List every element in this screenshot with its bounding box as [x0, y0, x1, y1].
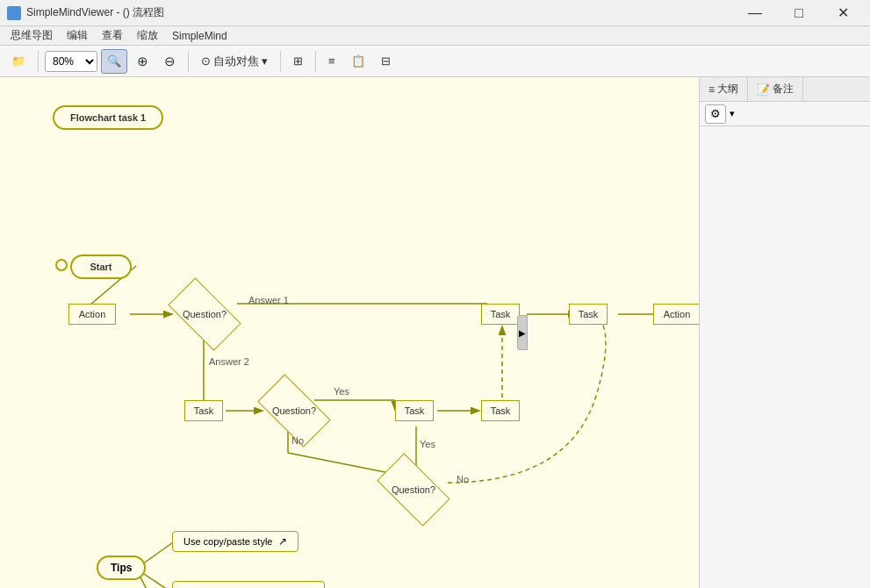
tip2-node[interactable]: Drag to adjust relation path ↗: [172, 581, 325, 588]
sep3: [280, 51, 281, 72]
tips-root-node[interactable]: Tips: [97, 556, 146, 580]
right-panel-tabs: ≡ 大纲 📝 备注: [700, 77, 870, 102]
gear-dropdown-icon: ▾: [730, 108, 735, 119]
question1-label: Question?: [183, 309, 226, 319]
collapse-button[interactable]: ≡: [322, 49, 342, 74]
menu-zoom[interactable]: 缩放: [130, 26, 165, 45]
action2-node[interactable]: Action: [653, 304, 699, 325]
maximize-button[interactable]: □: [779, 0, 819, 26]
start-circle-indicator: [55, 259, 68, 271]
sep1: [38, 51, 39, 72]
autofocus-icon: ⊙: [201, 54, 211, 68]
notes-icon: 📝: [757, 83, 770, 96]
right-panel-toolbar: ⚙ ▾: [700, 102, 870, 126]
canvas-area[interactable]: Flowchart task 1 Start Action Question? …: [0, 77, 699, 588]
tab-outline[interactable]: ≡ 大纲: [700, 77, 748, 101]
answer2-label: Answer 2: [209, 356, 249, 367]
minimize-button[interactable]: —: [735, 0, 775, 26]
yes2-label: Yes: [420, 439, 435, 449]
notes-label: 备注: [773, 82, 794, 97]
collapse-icon: ≡: [328, 54, 335, 68]
app-icon: [7, 6, 21, 20]
folder-icon: 📁: [11, 54, 25, 68]
right-panel: ≡ 大纲 📝 备注 ⚙ ▾: [699, 77, 870, 588]
task5-label: Task: [491, 405, 511, 416]
answer1-label: Answer 1: [248, 295, 289, 305]
note-icon: 📋: [351, 54, 365, 68]
close-button[interactable]: ✕: [823, 0, 863, 26]
task1-node[interactable]: Task: [481, 304, 520, 325]
task2-node[interactable]: Task: [569, 304, 608, 325]
search-button[interactable]: 🔍: [101, 49, 127, 74]
tip1-icon: ↗: [278, 535, 287, 548]
toolbar: 📁 80% 50% 100% 150% 200% 🔍 ⊕ ⊖ ⊙ 自动对焦 ▾ …: [0, 46, 870, 77]
menu-mindmap[interactable]: 思维导图: [4, 26, 60, 45]
question3-node[interactable]: Question?: [381, 470, 446, 509]
autofocus-dropdown-icon: ▾: [262, 54, 268, 68]
titlebar-controls: — □ ✕: [735, 0, 863, 26]
gear-icon: ⚙: [710, 107, 721, 120]
menu-simplemind[interactable]: SimpleMind: [165, 28, 234, 44]
action1-node[interactable]: Action: [68, 304, 116, 325]
tip1-node[interactable]: Use copy/paste style ↗: [172, 531, 298, 552]
outline-label: 大纲: [717, 82, 738, 97]
zoom-select[interactable]: 80% 50% 100% 150% 200%: [45, 51, 97, 72]
task3-label: Task: [194, 405, 214, 416]
task4-node[interactable]: Task: [395, 400, 434, 421]
sep4: [315, 51, 316, 72]
zoom-out-icon: ⊖: [164, 54, 176, 69]
autofocus-button[interactable]: ⊙ 自动对焦 ▾: [195, 49, 274, 74]
question2-node[interactable]: Question?: [262, 391, 327, 430]
no2-label: No: [457, 474, 469, 484]
action2-label: Action: [664, 309, 691, 319]
zoom-in-button[interactable]: ⊕: [131, 49, 155, 74]
panel-collapse-handle[interactable]: ▶: [517, 315, 528, 350]
no1-label: No: [291, 435, 304, 446]
zoom-out-button[interactable]: ⊖: [158, 49, 182, 74]
flowchart-title: Flowchart task 1: [53, 105, 163, 130]
right-panel-content: [700, 126, 870, 588]
menubar: 思维导图 编辑 查看 缩放 SimpleMind: [0, 26, 870, 46]
yes1-label: Yes: [334, 386, 349, 397]
sep2: [188, 51, 189, 72]
question1-node[interactable]: Question?: [172, 295, 237, 333]
menu-edit[interactable]: 编辑: [60, 26, 95, 45]
gear-button[interactable]: ⚙: [705, 104, 726, 124]
start-node[interactable]: Start: [70, 255, 132, 279]
flowchart-svg: [0, 77, 699, 588]
start-label: Start: [90, 262, 111, 272]
folder-button[interactable]: 📁: [5, 49, 32, 74]
note-button[interactable]: 📋: [345, 49, 371, 74]
search-icon: 🔍: [107, 54, 121, 68]
titlebar: SimpleMindViewer - () 流程图 — □ ✕: [0, 0, 870, 26]
task1-label: Task: [491, 309, 511, 319]
action1-label: Action: [79, 309, 106, 319]
expand-button[interactable]: ⊟: [375, 49, 397, 74]
titlebar-left: SimpleMindViewer - () 流程图: [7, 5, 164, 20]
autofocus-label: 自动对焦: [213, 54, 259, 69]
zoom-in-icon: ⊕: [137, 54, 148, 69]
main-layout: Flowchart task 1 Start Action Question? …: [0, 77, 870, 588]
tab-notes[interactable]: 📝 备注: [748, 77, 803, 101]
expand-icon: ⊟: [381, 54, 391, 68]
question3-label: Question?: [392, 484, 435, 495]
task5-node[interactable]: Task: [481, 400, 520, 421]
question2-label: Question?: [272, 405, 316, 416]
task4-label: Task: [405, 405, 425, 416]
task2-label: Task: [579, 309, 599, 319]
titlebar-title: SimpleMindViewer - () 流程图: [26, 5, 164, 20]
task3-node[interactable]: Task: [184, 400, 223, 421]
menu-view[interactable]: 查看: [95, 26, 130, 45]
outline-icon: ≡: [708, 83, 715, 96]
tip1-label: Use copy/paste style: [183, 536, 273, 547]
fit-icon: ⊞: [293, 54, 303, 68]
fit-button[interactable]: ⊞: [287, 49, 309, 74]
